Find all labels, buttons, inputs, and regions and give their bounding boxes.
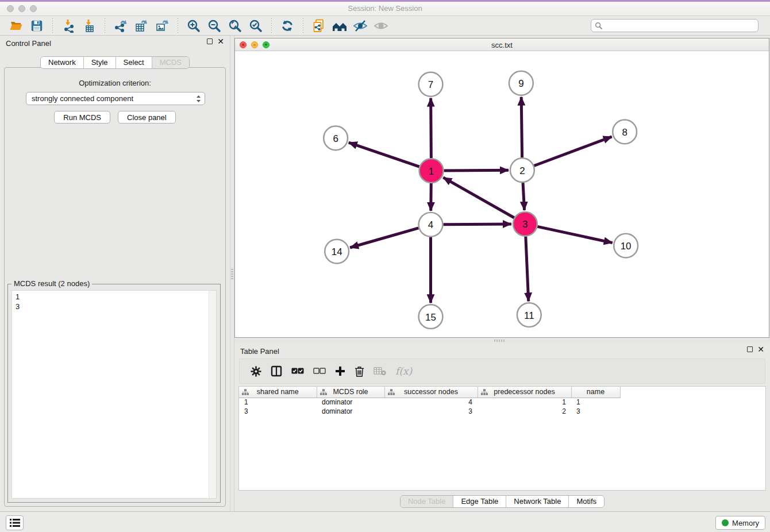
column-header-shared-name[interactable]: shared name [239, 387, 317, 398]
import-table-icon[interactable] [80, 18, 98, 34]
criterion-dropdown[interactable]: strongly connected component [26, 92, 205, 105]
network-overview-icon[interactable] [331, 18, 348, 34]
close-panel-icon[interactable]: ✕ [217, 38, 224, 44]
edge-1-7[interactable] [431, 98, 432, 159]
unselect-all-checks-icon[interactable] [313, 368, 326, 375]
edge-3-11[interactable] [526, 237, 529, 302]
main-toolbar [0, 16, 770, 36]
control-panel-header: Control Panel ✕ [0, 36, 230, 51]
edge-4-14[interactable] [350, 228, 418, 248]
mcds-result-title: MCDS result (2 nodes) [11, 279, 92, 288]
node-label-15: 15 [425, 312, 436, 323]
refresh-layout-icon[interactable] [279, 18, 296, 34]
edge-2-8[interactable] [534, 137, 611, 166]
cell-MCDS-role[interactable]: dominator [317, 398, 384, 407]
network-window-titlebar[interactable]: × − + scc.txt [235, 38, 769, 51]
tab-network-table[interactable]: Network Table [506, 496, 569, 507]
titlebar: × − + Session: New Session [0, 0, 770, 16]
table-tabs: Node TableEdge TableNetwork TableMotifs [400, 495, 605, 508]
vertical-splitter[interactable] [230, 36, 234, 511]
tab-network[interactable]: Network [41, 57, 84, 68]
node-table: shared nameMCDS rolesuccessor nodesprede… [238, 386, 766, 491]
column-header-MCDS-role[interactable]: MCDS role [317, 387, 384, 398]
zoom-selected-icon[interactable] [247, 18, 264, 34]
network-graph[interactable]: 7968124314101511 [235, 51, 769, 337]
control-panel: Control Panel ✕ NetworkStyleSelectMCDS O… [0, 36, 230, 511]
memory-button[interactable]: Memory [715, 516, 765, 530]
cell-successor-nodes[interactable]: 4 [384, 398, 478, 407]
search-input[interactable] [605, 22, 754, 30]
toolbar-separator [271, 18, 272, 33]
task-history-button[interactable] [6, 515, 24, 530]
toolbar-separator [303, 18, 303, 33]
tab-edge-table[interactable]: Edge Table [453, 496, 506, 507]
edge-2-9[interactable] [521, 97, 522, 158]
list-icon [10, 519, 20, 527]
node-label-14: 14 [332, 246, 342, 257]
horizontal-splitter[interactable] [234, 338, 770, 344]
dropdown-stepper-icon [196, 95, 201, 103]
edge-1-2[interactable] [444, 170, 509, 171]
toolbar-separator [178, 18, 178, 33]
save-session-icon[interactable] [28, 18, 45, 34]
copy-network-icon[interactable] [310, 18, 328, 34]
hide-selected-icon[interactable] [352, 18, 369, 34]
close-table-panel-icon[interactable]: ✕ [757, 346, 764, 352]
search-icon [595, 22, 602, 29]
zoom-out-icon[interactable] [206, 18, 223, 34]
edge-2-3[interactable] [523, 183, 525, 210]
table-row[interactable]: 1dominator411 [239, 398, 620, 407]
tab-style[interactable]: Style [84, 57, 116, 68]
mcds-result-textarea[interactable]: 1 3 [11, 290, 217, 499]
edge-3-1[interactable] [443, 178, 514, 218]
show-columns-icon[interactable] [271, 365, 282, 377]
tab-select[interactable]: Select [116, 57, 152, 68]
node-label-7: 7 [428, 79, 433, 90]
network-canvas[interactable]: 7968124314101511 [235, 51, 769, 337]
tab-mcds[interactable]: MCDS [152, 57, 189, 68]
tab-motifs[interactable]: Motifs [569, 496, 604, 507]
tab-node-table[interactable]: Node Table [401, 496, 454, 507]
search-field[interactable] [591, 19, 759, 32]
node-label-6: 6 [333, 133, 338, 144]
column-header-name[interactable]: name [571, 387, 620, 398]
status-bar: Memory [0, 511, 770, 532]
edge-1-4[interactable] [431, 183, 432, 211]
zoom-fit-icon[interactable] [226, 18, 244, 34]
column-header-predecessor-nodes[interactable]: predecessor nodes [478, 387, 571, 398]
edge-3-10[interactable] [537, 226, 613, 242]
result-scrollbar[interactable] [209, 291, 216, 498]
add-column-icon[interactable] [335, 366, 345, 376]
float-table-panel-icon[interactable] [747, 346, 753, 352]
run-mcds-button[interactable]: Run MCDS [54, 111, 110, 124]
cell-successor-nodes[interactable]: 3 [384, 407, 478, 416]
cell-shared-name[interactable]: 3 [239, 407, 317, 416]
cell-name[interactable]: 1 [571, 398, 620, 407]
delete-table-icon [374, 367, 386, 376]
table-row[interactable]: 3dominator323 [239, 407, 620, 416]
close-panel-button[interactable]: Close panel [118, 111, 176, 124]
cell-MCDS-role[interactable]: dominator [317, 407, 384, 416]
cell-predecessor-nodes[interactable]: 2 [478, 407, 571, 416]
zoom-in-icon[interactable] [185, 18, 202, 34]
export-network-icon[interactable] [112, 18, 129, 34]
cell-shared-name[interactable]: 1 [239, 398, 317, 407]
cell-predecessor-nodes[interactable]: 1 [478, 398, 571, 407]
attribute-tree-icon [388, 389, 395, 395]
column-header-successor-nodes[interactable]: successor nodes [384, 387, 478, 398]
table-panel-title: Table Panel [240, 347, 279, 356]
optimization-criterion-label: Optimization criterion: [5, 79, 225, 87]
settings-gear-icon[interactable] [251, 366, 261, 377]
cell-name[interactable]: 3 [571, 407, 620, 416]
open-session-icon[interactable] [7, 18, 25, 34]
export-table-icon[interactable] [133, 18, 150, 34]
select-all-checks-icon[interactable] [291, 368, 304, 375]
float-panel-icon[interactable] [207, 38, 213, 44]
window-title: Session: New Session [0, 4, 770, 13]
export-image-icon[interactable] [153, 18, 171, 34]
show-all-icon[interactable] [372, 18, 390, 34]
edge-4-3[interactable] [443, 224, 511, 225]
import-network-icon[interactable] [60, 18, 77, 34]
edge-1-6[interactable] [349, 142, 419, 167]
delete-column-icon[interactable] [355, 366, 364, 377]
